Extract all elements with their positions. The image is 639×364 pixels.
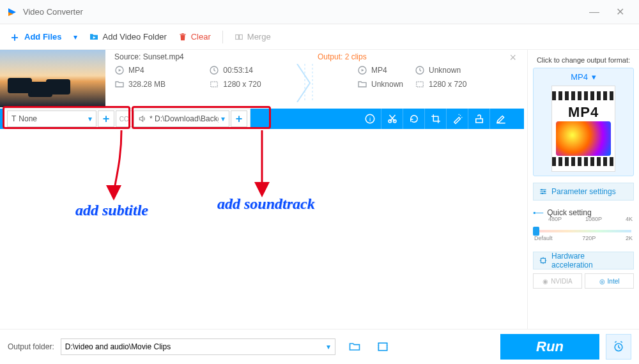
src-size: 328.28 MB bbox=[128, 80, 166, 89]
hardware-acceleration-button[interactable]: Hardware acceleration bbox=[533, 252, 634, 269]
out-duration: Unknown bbox=[429, 66, 461, 75]
open-media-button[interactable] bbox=[376, 340, 389, 353]
format-icon bbox=[357, 65, 367, 75]
format-preview-icon: MP4 bbox=[551, 86, 615, 172]
hardware-acceleration-label: Hardware acceleration bbox=[551, 252, 628, 269]
svg-rect-20 bbox=[475, 119, 482, 123]
remove-item-button[interactable]: × bbox=[509, 51, 516, 64]
titlebar: Video Converter — ✕ bbox=[0, 0, 639, 24]
clock-icon bbox=[209, 65, 219, 75]
quick-setting-handle[interactable] bbox=[533, 227, 539, 236]
svg-rect-24 bbox=[541, 259, 546, 263]
parameter-settings-button[interactable]: Parameter settings bbox=[533, 183, 634, 201]
folder-icon bbox=[114, 79, 125, 89]
output-format-selector[interactable]: MP4 ▾ bbox=[537, 72, 629, 82]
schedule-button[interactable] bbox=[606, 334, 631, 360]
clear-label: Clear bbox=[191, 32, 211, 42]
watermark-tool-button[interactable] bbox=[468, 109, 489, 129]
src-duration: 00:53:14 bbox=[223, 66, 253, 75]
svg-point-17 bbox=[459, 115, 461, 116]
chevron-down-icon: ▾ bbox=[221, 114, 225, 123]
nvidia-chip[interactable]: ◉ NVIDIA bbox=[533, 273, 582, 289]
alarm-clock-icon bbox=[612, 340, 625, 353]
svg-rect-3 bbox=[236, 34, 239, 39]
svg-point-19 bbox=[458, 114, 459, 116]
annotation-soundtrack-text: add soundtrack bbox=[217, 195, 315, 213]
add-folder-label: Add Video Folder bbox=[103, 32, 167, 42]
video-thumbnail[interactable] bbox=[0, 50, 105, 107]
qs-tick: 4K bbox=[626, 216, 633, 222]
right-panel: Click to change output format: MP4 ▾ MP4… bbox=[527, 50, 639, 329]
src-format: MP4 bbox=[128, 66, 144, 75]
video-details: Source: Sunset.mp4 Output: 2 clips × MP4… bbox=[105, 50, 524, 107]
intel-chip[interactable]: ◎ Intel bbox=[585, 273, 634, 289]
merge-button[interactable]: Merge bbox=[235, 32, 271, 42]
svg-point-23 bbox=[542, 193, 543, 194]
clock-icon bbox=[415, 65, 425, 75]
bottom-bar: Output folder: ▾ Run bbox=[0, 329, 639, 364]
resolution-icon bbox=[415, 79, 425, 89]
run-button[interactable]: Run bbox=[500, 334, 599, 360]
svg-text:i: i bbox=[369, 116, 371, 123]
intel-icon: ◎ bbox=[599, 278, 605, 285]
svg-rect-8 bbox=[211, 82, 218, 87]
sliders-icon bbox=[539, 187, 548, 196]
svg-rect-12 bbox=[417, 82, 424, 87]
src-resolution: 1280 x 720 bbox=[223, 80, 261, 89]
nvidia-icon: ◉ bbox=[543, 278, 548, 285]
edit-row: T None ▾ + CC * D:\Download\Backg ▾ + i bbox=[0, 109, 524, 129]
out-size: Unknown bbox=[371, 80, 403, 89]
chevron-down-icon: ▾ bbox=[88, 114, 92, 123]
chevron-down-icon: ▾ bbox=[592, 72, 596, 82]
closed-caption-button[interactable]: CC bbox=[116, 110, 132, 127]
add-files-label: Add Files bbox=[24, 32, 62, 42]
add-files-button[interactable]: ＋ Add Files bbox=[9, 29, 62, 45]
add-subtitle-button[interactable]: + bbox=[98, 110, 114, 127]
minimize-button[interactable]: — bbox=[581, 6, 607, 18]
qs-tick: 2K bbox=[626, 235, 633, 241]
close-button[interactable]: ✕ bbox=[607, 6, 633, 18]
qs-tick: 720P bbox=[582, 235, 596, 241]
video-item: Source: Sunset.mp4 Output: 2 clips × MP4… bbox=[0, 50, 524, 107]
info-tool-button[interactable]: i bbox=[359, 109, 381, 129]
subtitle-value: None bbox=[19, 114, 37, 123]
app-logo-icon bbox=[6, 6, 18, 18]
source-filename: Sunset.mp4 bbox=[143, 52, 184, 61]
output-label: Output: 2 clips bbox=[318, 52, 367, 61]
svg-point-22 bbox=[544, 191, 545, 192]
format-icon bbox=[114, 65, 125, 75]
svg-marker-6 bbox=[119, 69, 121, 72]
subtitle-dropdown[interactable]: T None ▾ bbox=[7, 110, 96, 127]
clear-button[interactable]: Clear bbox=[178, 32, 211, 42]
output-folder-dropdown[interactable]: ▾ bbox=[327, 342, 330, 351]
trim-tool-button[interactable] bbox=[381, 109, 403, 129]
add-soundtrack-button[interactable]: + bbox=[231, 110, 247, 127]
merge-label: Merge bbox=[247, 32, 271, 42]
run-label: Run bbox=[536, 338, 564, 355]
crop-tool-button[interactable] bbox=[424, 109, 446, 129]
rotate-tool-button[interactable] bbox=[403, 109, 424, 129]
folder-video-icon bbox=[89, 32, 99, 42]
svg-marker-10 bbox=[362, 69, 364, 72]
conversion-arrow-icon bbox=[293, 64, 319, 102]
parameter-settings-label: Parameter settings bbox=[551, 187, 616, 196]
qs-tick: 480P bbox=[548, 216, 562, 222]
annotation-subtitle-text: add subtitle bbox=[75, 202, 148, 219]
out-format: MP4 bbox=[371, 66, 387, 75]
output-format-card[interactable]: MP4 ▾ MP4 bbox=[533, 68, 634, 176]
output-folder-label: Output folder: bbox=[8, 342, 54, 351]
svg-rect-4 bbox=[239, 34, 242, 39]
add-video-folder-button[interactable]: Add Video Folder bbox=[89, 32, 167, 42]
effects-tool-button[interactable] bbox=[446, 109, 468, 129]
open-folder-button[interactable] bbox=[348, 340, 361, 353]
add-files-dropdown-caret[interactable]: ▾ bbox=[73, 33, 77, 42]
output-folder-input[interactable] bbox=[61, 338, 335, 355]
svg-rect-25 bbox=[378, 343, 387, 351]
cc-label: CC bbox=[119, 116, 128, 123]
soundtrack-dropdown[interactable]: * D:\Download\Backg ▾ bbox=[134, 110, 229, 127]
quick-setting-slider[interactable] bbox=[535, 230, 631, 232]
edit-tool-button[interactable] bbox=[489, 109, 511, 129]
main-area: Source: Sunset.mp4 Output: 2 clips × MP4… bbox=[0, 50, 524, 329]
source-prefix: Source: bbox=[114, 52, 141, 61]
nvidia-label: NVIDIA bbox=[551, 278, 572, 285]
